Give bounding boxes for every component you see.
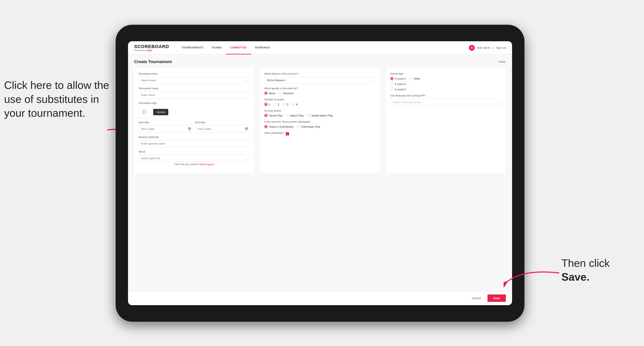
format-6count4-radio[interactable]	[390, 82, 394, 86]
scoring-stroke[interactable]: Stroke Play	[264, 114, 282, 117]
format-5count4-radio[interactable]	[390, 77, 394, 80]
round-3-label: 3	[287, 103, 288, 106]
teams-plus-radio[interactable]	[264, 125, 268, 128]
format-5count4-label: 5 count 4	[395, 77, 406, 80]
logo-upload-area: Upload	[138, 106, 250, 118]
individuals-only[interactable]: Individuals Only	[297, 125, 320, 128]
scoring-service-select-wrapper: Select a scoring service	[390, 99, 502, 106]
left-column: Tournament Host Tournament name Tourname…	[134, 68, 254, 173]
scoring-match[interactable]: Match Play	[286, 114, 304, 117]
tournament-name-input[interactable]	[138, 92, 250, 98]
calendar-icon-end: 📅	[245, 127, 248, 131]
substitutes-label: Allow substitutes?	[264, 132, 284, 135]
individuals-only-radio[interactable]	[297, 125, 300, 128]
scoring-match-label: Match Play	[290, 114, 304, 117]
round-2[interactable]: 2	[273, 103, 279, 106]
save-button[interactable]: Save	[488, 295, 506, 302]
round-1[interactable]: 1	[264, 103, 270, 106]
format-other-radio[interactable]	[409, 77, 412, 80]
cancel-button[interactable]: Cancel	[468, 295, 485, 302]
gender-womens-label: Womens	[283, 92, 294, 95]
sponsor-input[interactable]	[138, 140, 250, 147]
gender-mens-radio[interactable]	[264, 92, 268, 95]
gender-womens-radio[interactable]	[279, 92, 282, 95]
round-1-radio[interactable]	[264, 103, 268, 106]
tablet-screen: SCOREBOARD Powered by clippd TOURNAMENTS…	[128, 41, 512, 305]
sponsor-label: Sponsor (optional)	[138, 136, 250, 139]
gender-group: Which gender is the event for? Mens Wome…	[264, 87, 376, 95]
end-date-label: End date	[195, 121, 250, 124]
division-select[interactable]: NCAA Division I NCAA Division II NCAA Di…	[264, 77, 376, 84]
nav-teams[interactable]: TEAMS	[208, 41, 226, 54]
gender-womens[interactable]: Womens	[279, 92, 294, 95]
rounds-group: Number of rounds 1 2	[264, 98, 376, 106]
format-5count4[interactable]: 5 count 4	[390, 77, 406, 80]
format-6count5[interactable]: 6 count 5	[390, 88, 502, 91]
substitutes-checkbox[interactable]: ✓	[286, 132, 289, 136]
format-other[interactable]: Other	[409, 77, 420, 80]
scoring-medal[interactable]: Medal Match Play	[307, 114, 333, 117]
nav-rankings[interactable]: RANKINGS	[251, 41, 274, 54]
scoring-service-select[interactable]: Select a scoring service	[390, 99, 502, 106]
start-date-group: Start date 📅	[138, 121, 193, 132]
sponsor-group: Sponsor (optional)	[138, 136, 250, 147]
format-6count4-label: 6 count 4	[395, 82, 406, 86]
rounds-label: Number of rounds	[264, 98, 376, 101]
round-4-radio[interactable]	[292, 103, 295, 106]
scoring-stroke-radio[interactable]	[264, 114, 268, 117]
round-4[interactable]: 4	[292, 103, 298, 106]
scoring-medal-radio[interactable]	[307, 114, 310, 117]
scoring-service-label: Use third-party live scoring API?	[390, 94, 502, 97]
venue-hint: Can't find your venue? email support	[138, 163, 250, 166]
tournament-logo-label: Tournament logo	[138, 102, 250, 105]
tournament-logo-group: Tournament logo Upload	[138, 102, 250, 118]
format-6count5-radio[interactable]	[390, 88, 394, 91]
teams-plus-individuals[interactable]: Teams (+Individuals)	[264, 125, 294, 128]
round-3-radio[interactable]	[282, 103, 286, 106]
gender-mens[interactable]: Mens	[264, 92, 276, 95]
form-footer: Cancel Save	[128, 291, 512, 305]
teams-group: Is this event for Teams and/or Individua…	[264, 120, 376, 128]
middle-column: Which division is the event for? NCAA Di…	[260, 68, 380, 173]
substitutes-item: Allow substitutes? ✓	[264, 132, 376, 136]
scoring-group: Scoring system Stroke Play Match Play	[264, 109, 376, 117]
user-label: blair admin	[477, 46, 490, 49]
round-2-label: 2	[278, 103, 279, 106]
round-3[interactable]: 3	[282, 103, 288, 106]
division-label: Which division is the event for?	[264, 72, 376, 75]
scoring-stroke-label: Stroke Play	[269, 114, 282, 117]
tournament-host-input[interactable]	[138, 77, 250, 84]
back-link[interactable]: < Back	[498, 60, 506, 63]
calendar-icon: 📅	[188, 127, 191, 131]
nav-tournaments[interactable]: TOURNAMENTS	[177, 41, 208, 54]
form-grid: Tournament Host Tournament name Tourname…	[134, 68, 506, 173]
sign-out-link[interactable]: Sign out	[496, 46, 506, 49]
annotation-right: Then click Save.	[562, 256, 632, 284]
nav-right: B blair admin | Sign out	[469, 45, 506, 51]
end-date-input[interactable]	[195, 126, 250, 132]
round-1-label: 1	[269, 103, 270, 106]
division-select-wrapper: NCAA Division I NCAA Division II NCAA Di…	[264, 77, 376, 84]
avatar: B	[469, 45, 475, 51]
scoring-radio-group: Stroke Play Match Play Medal Match Play	[264, 114, 376, 117]
logo-sub: Powered by clippd	[134, 49, 169, 51]
logo-placeholder	[138, 106, 150, 118]
page-header: Create Tournament < Back	[134, 59, 506, 64]
teams-label: Is this event for Teams and/or Individua…	[264, 120, 376, 123]
rounds-radio-group: 1 2 3 4	[264, 103, 376, 106]
tournament-name-group: Tournament name	[138, 87, 250, 98]
start-date-input[interactable]	[138, 126, 193, 132]
upload-button[interactable]: Upload	[153, 109, 168, 115]
page-title: Create Tournament	[134, 59, 172, 64]
gender-label: Which gender is the event for?	[264, 87, 376, 90]
venue-input[interactable]	[138, 155, 250, 162]
right-column: Format type 5 count 4 Other	[386, 68, 506, 173]
nav-committee[interactable]: COMMITTEE	[226, 41, 251, 54]
format-6count5-label: 6 count 5	[395, 88, 406, 91]
scoring-match-radio[interactable]	[286, 114, 289, 117]
format-group: Format type 5 count 4 Other	[390, 72, 502, 91]
format-6count4[interactable]: 6 count 4	[390, 82, 502, 86]
round-2-radio[interactable]	[273, 103, 277, 106]
email-support-link[interactable]: email support	[200, 163, 214, 166]
arrow-right-icon	[504, 267, 562, 288]
